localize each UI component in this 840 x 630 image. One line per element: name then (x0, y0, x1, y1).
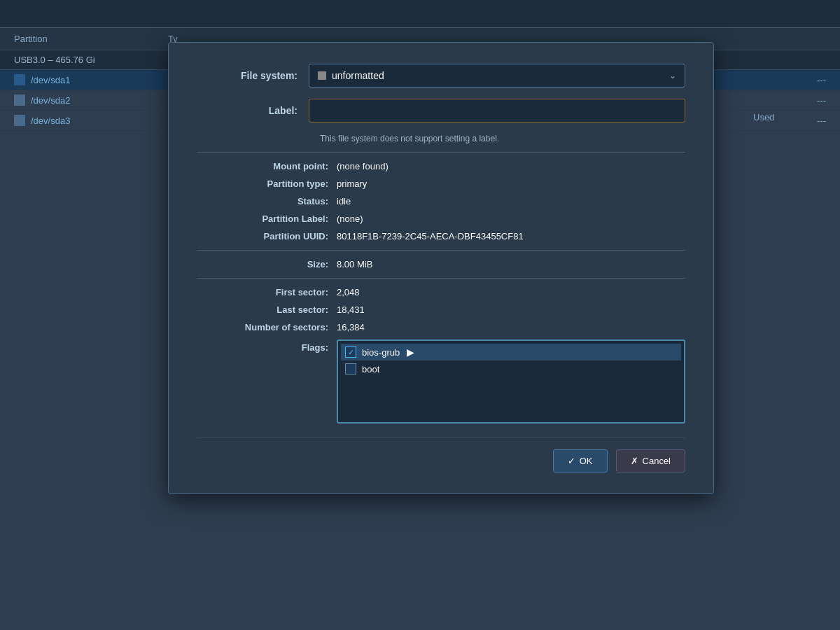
cancel-button[interactable]: ✗ Cancel (616, 449, 685, 472)
status-value: idle (337, 196, 685, 206)
num-sectors-value: 16,384 (337, 322, 685, 332)
last-sector-label: Last sector: (197, 304, 337, 315)
size-row: Size: 8.00 MiB (197, 259, 685, 270)
first-sector-value: 2,048 (337, 287, 685, 298)
partition-dash-sda2: --- (817, 95, 826, 106)
dialog-footer: ✓ OK ✗ Cancel (197, 438, 685, 472)
filesystem-select-inner: unformatted (318, 70, 384, 81)
first-sector-row: First sector: 2,048 (197, 287, 685, 298)
partition-name-sda2: /dev/sda2 (31, 95, 171, 106)
filesystem-control-wrap: unformatted ⌄ (309, 64, 685, 88)
label-input[interactable] (309, 99, 685, 122)
partition-icon-sda2 (14, 94, 25, 106)
flag-label-boot: boot (362, 364, 379, 374)
divider-2 (197, 250, 685, 251)
uuid-label: Partition UUID: (197, 231, 337, 241)
uuid-row: Partition UUID: 80118F1B-7239-2C45-AECA-… (197, 231, 685, 241)
disk-label: USB3.0 – 465.76 Gi (14, 55, 95, 65)
filesystem-select[interactable]: unformatted ⌄ (309, 64, 685, 88)
partition-type-row: Partition type: primary (197, 178, 685, 189)
partition-icon-sda3 (14, 115, 25, 126)
partition-label-label: Partition Label: (197, 214, 337, 224)
flags-section: Flags: ✓ bios-grub ▶ boot (197, 340, 685, 424)
label-control-wrap (309, 99, 685, 122)
app-header (0, 0, 840, 28)
checkmark-icon: ✓ (568, 456, 575, 466)
cursor-pointer-icon: ▶ (407, 346, 414, 358)
label-hint: This file system does not support settin… (197, 134, 685, 144)
x-icon: ✗ (631, 456, 638, 466)
flag-label-bios-grub: bios-grub (362, 347, 400, 358)
divider-1 (197, 152, 685, 153)
size-label: Size: (197, 259, 337, 270)
partition-type-value: primary (337, 178, 685, 189)
flags-label: Flags: (197, 340, 337, 353)
last-sector-value: 18,431 (337, 304, 685, 315)
flag-checkbox-boot[interactable] (345, 363, 356, 374)
filesystem-type-icon (318, 71, 326, 80)
flags-list: ✓ bios-grub ▶ boot (337, 340, 685, 424)
partition-label-row: Partition Label: (none) (197, 214, 685, 224)
mount-point-row: Mount point: (none found) (197, 161, 685, 172)
status-label: Status: (197, 196, 337, 206)
col-header-partition: Partition (14, 34, 168, 44)
divider-3 (197, 278, 685, 279)
first-sector-label: First sector: (197, 287, 337, 298)
filesystem-value: unformatted (332, 70, 384, 81)
last-sector-row: Last sector: 18,431 (197, 304, 685, 315)
partition-name-sda1: /dev/sda1 (31, 75, 171, 85)
ok-button[interactable]: ✓ OK (553, 449, 608, 472)
num-sectors-row: Number of sectors: 16,384 (197, 322, 685, 332)
filesystem-row: File system: unformatted ⌄ (197, 64, 685, 88)
mount-point-value: (none found) (337, 161, 685, 172)
partition-icon-sda1 (14, 74, 25, 85)
size-value: 8.00 MiB (337, 259, 685, 270)
flag-checkbox-bios-grub[interactable]: ✓ (345, 346, 356, 358)
chevron-down-icon: ⌄ (669, 71, 676, 80)
used-column-header: Used (748, 106, 840, 128)
label-label: Label: (197, 105, 309, 116)
flag-item-boot[interactable]: boot (341, 360, 681, 377)
partition-label-value: (none) (337, 214, 685, 224)
label-row: Label: (197, 99, 685, 122)
mount-point-label: Mount point: (197, 161, 337, 172)
cancel-label: Cancel (643, 456, 671, 466)
uuid-value: 80118F1B-7239-2C45-AECA-DBF43455CF81 (337, 231, 685, 241)
ok-label: OK (580, 456, 593, 466)
partition-info-section: Mount point: (none found) Partition type… (197, 161, 685, 332)
partition-edit-dialog: File system: unformatted ⌄ Label: This f… (168, 42, 714, 494)
partition-dash-sda1: --- (817, 75, 826, 85)
filesystem-label: File system: (197, 70, 309, 81)
partition-name-sda3: /dev/sda3 (31, 115, 171, 126)
status-row: Status: idle (197, 196, 685, 206)
flag-item-bios-grub[interactable]: ✓ bios-grub ▶ (341, 344, 681, 360)
num-sectors-label: Number of sectors: (197, 322, 337, 332)
partition-type-label: Partition type: (197, 178, 337, 189)
